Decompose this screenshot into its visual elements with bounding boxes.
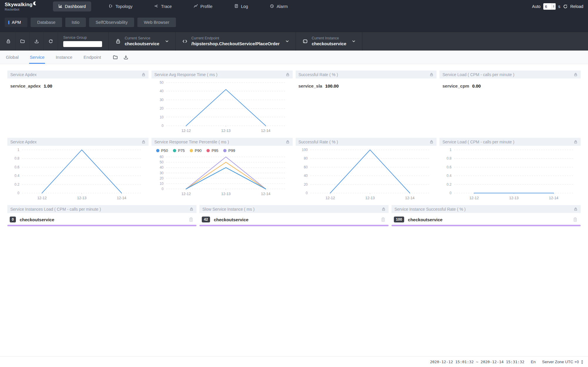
- interval-value-field[interactable]: [543, 4, 552, 9]
- service-group-block: Service Group: [58, 32, 109, 51]
- svg-text:0.2: 0.2: [14, 182, 19, 187]
- svg-text:30: 30: [159, 98, 164, 102]
- refresh-icon: [48, 39, 53, 44]
- instance-row[interactable]: 42 checkoutservice: [199, 213, 389, 222]
- menu-item-profile[interactable]: Profile: [189, 1, 216, 11]
- auto-reload-controls: Auto ▲▼ s Reload: [532, 3, 583, 10]
- layer-tab-selfobservability[interactable]: SelfObservability: [89, 18, 134, 27]
- copy-icon[interactable]: [189, 217, 194, 222]
- app-logo[interactable]: Skywalking Rocketbot: [5, 2, 37, 11]
- dashboard-content: Service Apdex service_apdex 1.00 Service…: [0, 64, 588, 231]
- legend-item-p75[interactable]: P75: [173, 148, 185, 153]
- successful-rate-chart[interactable]: 02040608010012-1212-1312-14: [296, 147, 435, 201]
- card-title: Successful Rate ( % ): [299, 140, 338, 144]
- legend-dot: [190, 149, 193, 152]
- legend-label: P90: [195, 148, 201, 153]
- legend-item-p99[interactable]: P99: [223, 148, 235, 153]
- current-endpoint-value: /hipstershop.CheckoutService/PlaceOrder: [191, 41, 280, 46]
- current-instance-label: Current Instance: [312, 36, 347, 41]
- scope-tab-instance[interactable]: Instance: [55, 51, 73, 64]
- card-title: Service Load ( CPM - calls per minute ): [442, 140, 514, 144]
- menu-item-label: Log: [241, 4, 248, 9]
- layer-tab-database[interactable]: Database: [31, 18, 62, 27]
- svg-text:12-12: 12-12: [37, 196, 47, 200]
- svg-text:12-14: 12-14: [549, 196, 559, 200]
- scope-tab-service[interactable]: Service: [29, 51, 45, 64]
- service-load-chart[interactable]: 00.20.40.60.8112-1212-1312-14: [440, 147, 579, 201]
- layer-tab-istio[interactable]: Istio: [65, 18, 86, 27]
- instance-value-badge: 42: [202, 217, 210, 222]
- lock-icon[interactable]: [429, 73, 434, 77]
- legend-dot: [206, 149, 210, 152]
- svg-text:12-14: 12-14: [261, 192, 270, 196]
- export-template-button[interactable]: [30, 32, 44, 51]
- reload-label[interactable]: Reload: [570, 4, 583, 9]
- avg-response-time-chart[interactable]: 0102030405012-1212-1312-14: [152, 80, 291, 134]
- svg-text:12-13: 12-13: [509, 196, 519, 200]
- card-title: Successful Rate ( % ): [299, 72, 338, 77]
- current-service-selector[interactable]: Current Service checkoutservice: [109, 32, 176, 51]
- legend-item-p95[interactable]: P95: [206, 148, 218, 153]
- auto-interval-input[interactable]: ▲▼: [543, 3, 556, 10]
- current-endpoint-selector[interactable]: Current Endpoint /hipstershop.CheckoutSe…: [176, 32, 296, 51]
- menu-item-trace[interactable]: Trace: [150, 1, 176, 11]
- svg-text:40: 40: [159, 89, 164, 93]
- instance-row[interactable]: 0 checkoutservice: [7, 213, 196, 222]
- up-down-stepper-icon[interactable]: [580, 360, 584, 364]
- lock-icon[interactable]: [574, 140, 578, 144]
- lock-icon[interactable]: [574, 73, 578, 77]
- lock-icon[interactable]: [141, 140, 146, 144]
- lock-button[interactable]: [0, 32, 16, 51]
- svg-text:12-13: 12-13: [77, 196, 86, 200]
- download-icon[interactable]: [123, 55, 129, 60]
- card-title: Service Load ( CPM - calls per minute ): [442, 72, 514, 77]
- app-title: Skywalking: [5, 2, 33, 7]
- interval-stepper[interactable]: ▲▼: [552, 3, 556, 10]
- lock-icon[interactable]: [286, 73, 290, 77]
- lock-icon[interactable]: [141, 73, 146, 77]
- instance-progress-bar: [199, 225, 389, 226]
- svg-text:20: 20: [159, 106, 164, 110]
- copy-icon[interactable]: [573, 217, 578, 222]
- svg-text:0: 0: [306, 191, 308, 195]
- legend-item-p50[interactable]: P50: [156, 148, 168, 153]
- metric-label: service_sla: [299, 83, 322, 88]
- layer-tab-apm[interactable]: APM: [5, 18, 27, 27]
- import-template-button[interactable]: [16, 32, 30, 51]
- svg-text:0: 0: [161, 124, 164, 128]
- folder-icon[interactable]: [113, 55, 118, 60]
- lock-icon[interactable]: [286, 140, 290, 144]
- legend-dot: [223, 149, 226, 152]
- menu-item-log[interactable]: Log: [230, 1, 252, 11]
- chevron-down-icon: [165, 39, 169, 43]
- instance-row[interactable]: 100 checkoutservice: [392, 213, 581, 222]
- percentile-chart[interactable]: 010203040506012-1212-1312-14: [152, 154, 291, 197]
- lock-icon[interactable]: [429, 140, 434, 144]
- current-instance-selector[interactable]: Current Instance checkoutservice: [296, 32, 363, 51]
- copy-icon[interactable]: [381, 217, 386, 222]
- menu-item-topology[interactable]: Topology: [105, 1, 137, 11]
- lock-icon[interactable]: [189, 207, 194, 211]
- legend-item-p90[interactable]: P90: [190, 148, 201, 153]
- metric-value: 100.00: [325, 83, 339, 88]
- menu-item-dashboard[interactable]: Dashboard: [53, 1, 91, 11]
- card-slow-instance: Slow Service Instance ( ms ) 42 checkout…: [199, 205, 389, 231]
- lock-icon[interactable]: [382, 207, 386, 211]
- svg-text:10: 10: [159, 115, 164, 119]
- layer-tab-label: Istio: [72, 20, 80, 25]
- layer-tab-web-browser[interactable]: Web Browser: [137, 18, 176, 27]
- lock-icon[interactable]: [574, 207, 578, 211]
- card-header: Service Instances Load ( CPM - calls per…: [7, 205, 196, 213]
- language-selector[interactable]: En: [531, 360, 536, 364]
- service-group-input[interactable]: [63, 41, 102, 47]
- svg-text:50: 50: [159, 160, 164, 164]
- server-zone-selector[interactable]: Server Zone UTC +0: [542, 360, 584, 364]
- menu-item-alarm[interactable]: Alarm: [266, 1, 292, 11]
- scope-tab-global[interactable]: Global: [5, 51, 19, 64]
- reload-icon[interactable]: [563, 4, 568, 9]
- refresh-button[interactable]: [44, 32, 58, 51]
- svg-text:0: 0: [450, 191, 452, 195]
- time-range[interactable]: 2020-12-12 15:01:32 ~ 2020-12-14 15:31:3…: [430, 360, 524, 364]
- scope-tab-endpoint[interactable]: Endpoint: [83, 51, 101, 64]
- service-apdex-chart[interactable]: 00.20.40.60.8112-1212-1312-14: [8, 147, 147, 201]
